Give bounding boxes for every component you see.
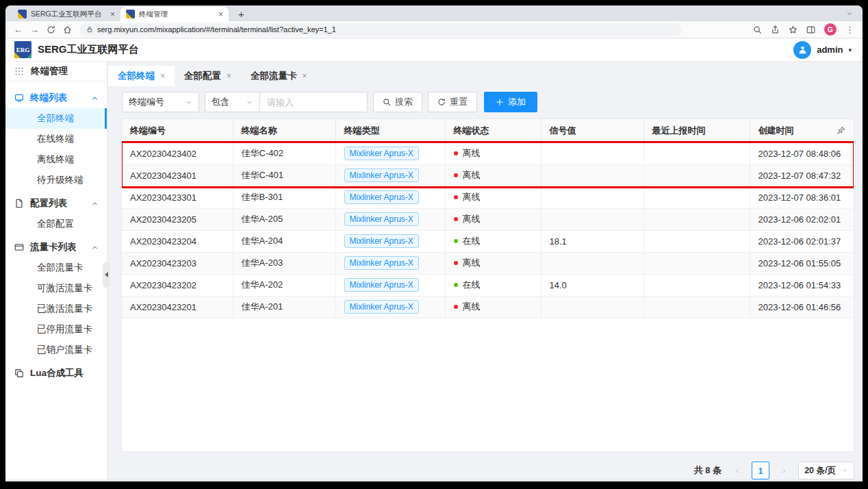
- share-icon[interactable]: [771, 25, 780, 34]
- browser-tab-title: 终端管理: [139, 10, 214, 19]
- app-body: 终端管理 终端列表全部终端在线终端离线终端待升级终端配置列表全部配置流量卡列表全…: [5, 62, 863, 479]
- browser-menu-icon[interactable]: ⋮: [845, 25, 854, 35]
- terminal-type-badge: Mixlinker Aprus-X: [344, 300, 419, 314]
- close-icon[interactable]: ×: [160, 71, 165, 81]
- user-menu[interactable]: admin ▾: [793, 41, 852, 59]
- cell-status: 离线: [445, 164, 541, 186]
- url-field[interactable]: serg.mixyun.com/mixapplication/#/termina…: [79, 23, 682, 36]
- sidebar-collapse-handle[interactable]: [103, 262, 110, 288]
- page-size-select[interactable]: 20 条/页: [798, 462, 854, 479]
- add-button[interactable]: 添加: [484, 92, 537, 112]
- cell-signal: [541, 252, 643, 274]
- cell-status: 在线: [445, 274, 541, 296]
- sidebar-group-流量卡列表[interactable]: 流量卡列表: [5, 237, 107, 258]
- sidebar-item-全部终端[interactable]: 全部终端: [5, 108, 107, 129]
- sidebar-item-待升级终端[interactable]: 待升级终端: [5, 170, 107, 190]
- sidebar-item-已销户流量卡[interactable]: 已销户流量卡: [5, 340, 107, 360]
- home-icon[interactable]: [63, 25, 72, 34]
- search-icon: [383, 98, 391, 106]
- table-row[interactable]: AX20230423205佳华A-205Mixlinker Aprus-X离线2…: [122, 208, 854, 230]
- page-size-value: 20 条/页: [804, 465, 836, 477]
- cell-name: 佳华A-201: [233, 296, 335, 318]
- next-page-button[interactable]: [775, 462, 793, 479]
- cell-name: 佳华C-401: [233, 164, 335, 186]
- sidebar-item-已激活流量卡[interactable]: 已激活流量卡: [5, 299, 107, 319]
- field-select[interactable]: 终端编号: [122, 92, 199, 112]
- cell-created: 2023-12-07 08:36:01: [750, 186, 854, 208]
- status-text: 离线: [463, 170, 481, 180]
- back-icon[interactable]: ←: [14, 25, 23, 35]
- status-text: 离线: [463, 192, 481, 202]
- status-text: 离线: [463, 301, 481, 312]
- close-icon[interactable]: ×: [110, 10, 115, 19]
- table-row[interactable]: AX20230423301佳华B-301Mixlinker Aprus-X离线2…: [122, 186, 854, 208]
- cell-code: AX20230423201: [122, 296, 233, 318]
- side-panel-icon[interactable]: [806, 25, 815, 34]
- copy-icon: [14, 368, 24, 378]
- table-row[interactable]: AX20230423201佳华A-201Mixlinker Aprus-X离线2…: [122, 296, 854, 318]
- reload-icon[interactable]: [47, 25, 55, 34]
- chevron-down-icon: [841, 467, 848, 474]
- pagination-total: 共 8 条: [694, 464, 722, 477]
- sidebar-group-label: 配置列表: [30, 197, 67, 210]
- sidebar-item-可激活流量卡[interactable]: 可激活流量卡: [5, 278, 107, 299]
- table-row[interactable]: AX20230423204佳华A-204Mixlinker Aprus-X在线1…: [122, 230, 854, 252]
- search-input[interactable]: [260, 92, 368, 112]
- operator-select[interactable]: 包含: [205, 92, 260, 112]
- sidebar-menu: 终端列表全部终端在线终端离线终端待升级终端配置列表全部配置流量卡列表全部流量卡可…: [5, 82, 107, 384]
- new-tab-button[interactable]: +: [234, 8, 248, 21]
- table-row[interactable]: AX20230423202佳华A-202Mixlinker Aprus-X在线1…: [122, 274, 854, 296]
- bookmark-star-icon[interactable]: [789, 25, 797, 34]
- page-tab-全部流量卡[interactable]: 全部流量卡×: [241, 66, 317, 86]
- sidebar-item-离线终端[interactable]: 离线终端: [5, 149, 107, 170]
- browser-tab-inactive[interactable]: SERG工业互联网平台 ×: [12, 7, 120, 21]
- cell-created: 2023-12-07 08:47:32: [750, 164, 854, 186]
- user-name: admin: [817, 45, 843, 55]
- status-dot-icon: [454, 173, 458, 177]
- sidebar-group-Lua合成工具[interactable]: Lua合成工具: [5, 363, 107, 384]
- browser-window: SERG工业互联网平台 × 终端管理 × + ← → serg.mixyun.c…: [5, 5, 863, 481]
- pin-icon[interactable]: [837, 126, 845, 135]
- cell-type: Mixlinker Aprus-X: [335, 274, 445, 296]
- table-header-row: 终端编号终端名称终端类型终端状态信号值最近上报时间创建时间: [122, 119, 854, 142]
- close-icon[interactable]: ×: [303, 71, 307, 81]
- table-row[interactable]: AX20230423401佳华C-401Mixlinker Aprus-X离线2…: [122, 164, 854, 186]
- column-header-label: 最近上报时间: [652, 125, 706, 136]
- close-icon[interactable]: ×: [227, 71, 231, 81]
- forward-icon[interactable]: →: [30, 25, 39, 35]
- cell-name: 佳华A-204: [233, 230, 335, 252]
- search-button[interactable]: 搜索: [373, 92, 422, 112]
- cell-type: Mixlinker Aprus-X: [335, 164, 445, 186]
- cell-code: AX20230423203: [122, 252, 233, 274]
- sidebar-group-配置列表[interactable]: 配置列表: [5, 193, 107, 214]
- cell-last-report: [643, 274, 750, 296]
- card-icon: [14, 242, 24, 252]
- monitor-icon: [14, 93, 24, 103]
- caret-down-icon: ▾: [848, 47, 852, 53]
- page-tab-全部终端[interactable]: 全部终端×: [108, 66, 175, 86]
- terminal-type-badge: Mixlinker Aprus-X: [344, 234, 419, 248]
- cell-signal: [541, 208, 643, 230]
- prev-page-button[interactable]: [728, 462, 746, 479]
- sidebar-group-终端列表[interactable]: 终端列表: [5, 88, 107, 108]
- app-logo: ERG: [14, 41, 31, 58]
- status-dot-icon: [454, 305, 458, 309]
- sidebar-item-已停用流量卡[interactable]: 已停用流量卡: [5, 319, 107, 340]
- zoom-icon[interactable]: [753, 25, 762, 34]
- sidebar-item-全部配置[interactable]: 全部配置: [5, 214, 107, 234]
- reset-button[interactable]: 重置: [428, 92, 477, 112]
- table-row[interactable]: AX20230423203佳华A-203Mixlinker Aprus-X离线2…: [122, 252, 854, 274]
- close-icon[interactable]: ×: [218, 10, 223, 19]
- chevron-down-icon[interactable]: [846, 10, 853, 17]
- browser-tab-active[interactable]: 终端管理 ×: [120, 7, 229, 21]
- sidebar-item-在线终端[interactable]: 在线终端: [5, 129, 107, 149]
- page-tab-全部配置[interactable]: 全部配置×: [175, 66, 241, 86]
- cell-type: Mixlinker Aprus-X: [335, 142, 445, 164]
- sidebar-item-全部流量卡[interactable]: 全部流量卡: [5, 258, 107, 278]
- browser-profile-avatar[interactable]: G: [824, 23, 837, 36]
- reset-button-label: 重置: [450, 96, 468, 108]
- table-row[interactable]: AX20230423402佳华C-402Mixlinker Aprus-X离线2…: [122, 142, 854, 164]
- status-text: 离线: [463, 258, 481, 268]
- status-dot-icon: [454, 261, 458, 265]
- current-page-button[interactable]: 1: [752, 462, 769, 479]
